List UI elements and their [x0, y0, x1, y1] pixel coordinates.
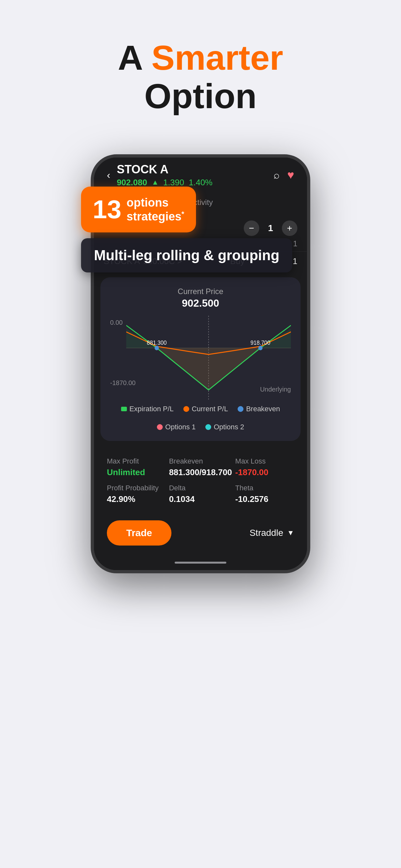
- chart-title: Current Price: [110, 287, 291, 296]
- qty-minus-btn[interactable]: −: [244, 220, 259, 236]
- legend-options1-icon: [157, 424, 163, 430]
- qty-value: 1: [266, 223, 275, 234]
- hero-smarter: Smarter: [151, 38, 283, 77]
- phone-container: 13 options strategies* Multi-leg rolling…: [91, 154, 310, 573]
- svg-text:881.300: 881.300: [147, 339, 167, 346]
- stat-breakeven: Breakeven 881.300/918.700: [169, 457, 232, 477]
- stat-profit-prob-label: Profit Probability: [107, 484, 166, 492]
- home-bar: [94, 558, 307, 570]
- stock-pct: 1.40%: [189, 178, 213, 188]
- stat-max-loss: Max Loss -1870.00: [235, 457, 294, 477]
- stat-max-profit: Max Profit Unlimited: [107, 457, 166, 477]
- stock-change: 1.390: [163, 178, 184, 188]
- svg-point-3: [155, 346, 159, 350]
- stock-up-arrow: ▲: [152, 178, 159, 187]
- chart-section: Current Price 902.500 0.00 -1870.00 Unde…: [100, 277, 301, 441]
- stat-profit-prob: Profit Probability 42.90%: [107, 484, 166, 504]
- svg-text:918.700: 918.700: [251, 339, 271, 346]
- badge-number: 13: [93, 196, 121, 222]
- legend-options1: Options 1: [157, 423, 196, 431]
- qty-plus-btn[interactable]: +: [282, 220, 297, 236]
- strategy-chevron-icon: ▼: [287, 529, 294, 537]
- stat-theta: Theta -10.2576: [235, 484, 294, 504]
- stat-max-loss-label: Max Loss: [235, 457, 294, 465]
- legend-expiration-pl-icon: [121, 407, 127, 411]
- stock-name: STOCK A: [117, 163, 213, 176]
- stats-section: Max Profit Unlimited Breakeven 881.300/9…: [94, 447, 307, 514]
- strategy-selector[interactable]: Straddle ▼: [250, 528, 294, 538]
- home-bar-line: [175, 562, 226, 564]
- chart-y-zero: 0.00: [110, 319, 123, 327]
- hero-a: A: [118, 38, 151, 77]
- badge-multileg: Multi-leg rolling & grouping: [81, 238, 292, 273]
- stock-price-row: 902.080 ▲ 1.390 1.40%: [117, 178, 213, 188]
- legend-breakeven-icon: [238, 406, 243, 412]
- qty-sub-label: 1: [293, 239, 297, 248]
- stat-theta-value: -10.2576: [235, 494, 294, 504]
- nav-right: ⌕ ♥: [274, 168, 294, 182]
- legend-expiration-pl-label: Expiration P/L: [129, 405, 174, 413]
- trade-button[interactable]: Trade: [107, 520, 172, 546]
- chart-area: 0.00 -1870.00 Underlying: [110, 316, 291, 400]
- heart-icon[interactable]: ♥: [287, 168, 294, 182]
- hero-line2: Option: [118, 77, 283, 116]
- strategy-name: Straddle: [250, 528, 283, 538]
- legend-current-pl-icon: [183, 406, 189, 412]
- stats-grid: Max Profit Unlimited Breakeven 881.300/9…: [107, 457, 294, 504]
- legend-current-pl: Current P/L: [183, 405, 228, 413]
- badge-text-line1: options: [127, 196, 184, 210]
- chart-price: 902.500: [110, 297, 291, 309]
- badge-text-line2: strategies*: [127, 210, 184, 223]
- back-icon[interactable]: ‹: [107, 169, 111, 181]
- svg-point-4: [258, 346, 263, 350]
- stat-breakeven-label: Breakeven: [169, 457, 232, 465]
- legend-breakeven-label: Breakeven: [246, 405, 280, 413]
- hero-line1: A Smarter: [118, 39, 283, 77]
- badge-text: options strategies*: [127, 196, 184, 223]
- stat-profit-prob-value: 42.90%: [107, 494, 166, 504]
- legend-expiration-pl: Expiration P/L: [121, 405, 174, 413]
- stock-price: 902.080: [117, 178, 147, 188]
- stat-max-loss-value: -1870.00: [235, 467, 294, 477]
- stat-max-profit-label: Max Profit: [107, 457, 166, 465]
- legend-breakeven: Breakeven: [238, 405, 280, 413]
- search-icon[interactable]: ⌕: [274, 169, 280, 181]
- stat-max-profit-value: Unlimited: [107, 467, 166, 477]
- legend-options2-icon: [205, 424, 211, 430]
- nav-left: ‹ STOCK A 902.080 ▲ 1.390 1.40%: [107, 163, 212, 188]
- stat-delta-value: 0.1034: [169, 494, 232, 504]
- stat-delta: Delta 0.1034: [169, 484, 232, 504]
- stat-breakeven-value: 881.300/918.700: [169, 467, 232, 477]
- option-qty: 1: [293, 256, 297, 266]
- chart-svg: 881.300 918.700: [126, 316, 291, 400]
- legend-options2-label: Options 2: [214, 423, 244, 431]
- stat-delta-label: Delta: [169, 484, 232, 492]
- badge-strategies: 13 options strategies*: [81, 187, 196, 232]
- chart-legend: Expiration P/L Current P/L Breakeven: [110, 405, 291, 431]
- stock-info: STOCK A 902.080 ▲ 1.390 1.40%: [117, 163, 213, 188]
- legend-options1-label: Options 1: [165, 423, 196, 431]
- page-wrapper: A Smarter Option 13 options strategies* …: [0, 0, 401, 868]
- badge-multileg-text: Multi-leg rolling & grouping: [94, 247, 279, 264]
- stat-theta-label: Theta: [235, 484, 294, 492]
- hero-section: A Smarter Option: [118, 39, 283, 116]
- legend-current-pl-label: Current P/L: [192, 405, 228, 413]
- bottom-row: Trade Straddle ▼: [94, 514, 307, 558]
- legend-options2: Options 2: [205, 423, 244, 431]
